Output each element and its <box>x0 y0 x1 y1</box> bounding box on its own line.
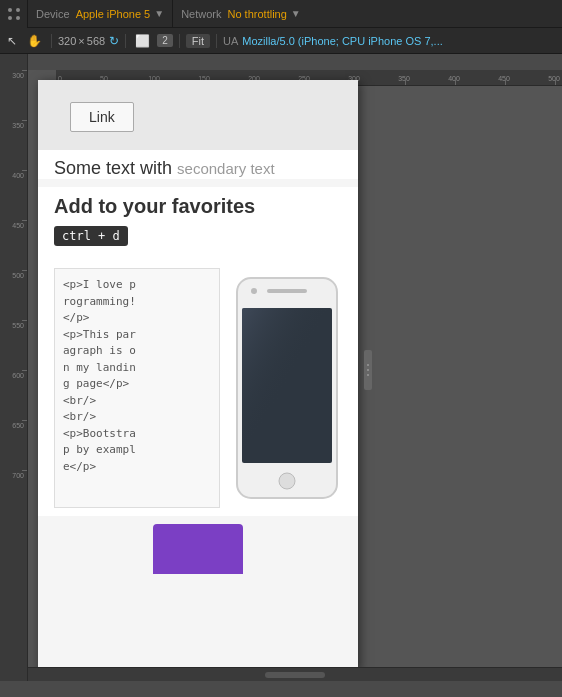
size-display: 320 × 568 <box>58 35 105 47</box>
favorites-title: Add to your favorites <box>54 195 342 218</box>
svg-point-8 <box>251 288 257 294</box>
svg-point-0 <box>8 8 12 12</box>
purple-block <box>153 524 243 574</box>
network-section: Network No throttling ▼ <box>173 0 309 27</box>
resize-dot3 <box>367 374 369 376</box>
device-value[interactable]: Apple iPhone 5 <box>76 8 151 20</box>
refresh-icon[interactable]: ↻ <box>109 34 119 48</box>
ua-label: UA <box>223 35 238 47</box>
toolbar-divider2 <box>125 34 126 48</box>
cursor-icon[interactable]: ↖ <box>4 34 20 48</box>
bottom-section <box>38 516 358 582</box>
toolbar-row2: ↖ ✋ 320 × 568 ↻ ⬜ 2 Fit UA Mozilla/5.0 (… <box>0 28 562 54</box>
width-value: 320 <box>58 35 76 47</box>
scrollbar-thumb[interactable] <box>265 672 325 678</box>
fit-button[interactable]: Fit <box>186 34 210 48</box>
svg-rect-7 <box>267 289 307 293</box>
touch-icon[interactable]: ✋ <box>24 34 45 48</box>
network-value[interactable]: No throttling <box>228 8 287 20</box>
svg-point-2 <box>8 16 12 20</box>
toolbar-row1: Device Apple iPhone 5 ▼ Network No throt… <box>0 0 562 28</box>
main-area: 300 350 400 450 500 550 600 650 700 <box>0 54 562 681</box>
device-section: Device Apple iPhone 5 ▼ <box>28 0 173 27</box>
viewport-content: Link Some text with secondary text Add t… <box>38 80 358 670</box>
device-viewport: Link Some text with secondary text Add t… <box>38 80 358 670</box>
keyboard-shortcut: ctrl + d <box>54 226 128 246</box>
phone-image <box>232 268 342 508</box>
screenshot-icon[interactable]: ⬜ <box>132 34 153 48</box>
some-text-main: Some text with <box>54 158 172 178</box>
resize-dot1 <box>367 364 369 366</box>
toolbar-divider3 <box>179 34 180 48</box>
resize-handle[interactable] <box>364 350 372 390</box>
toolbar-logo <box>0 0 28 28</box>
height-value: 568 <box>87 35 105 47</box>
size-separator: × <box>78 35 84 47</box>
some-text-row: Some text with secondary text <box>38 150 358 179</box>
horizontal-scrollbar[interactable] <box>28 667 562 681</box>
svg-point-9 <box>279 473 295 489</box>
layer-badge: 2 <box>157 34 173 47</box>
toolbar-divider1 <box>51 34 52 48</box>
favorites-section: Add to your favorites ctrl + d <box>38 187 358 260</box>
svg-point-3 <box>16 16 20 20</box>
code-block: <p>I love p rogramming! </p> <p>This par… <box>54 268 220 508</box>
resize-dot2 <box>367 369 369 371</box>
device-label: Device <box>36 8 70 20</box>
svg-rect-6 <box>242 308 332 463</box>
svg-point-1 <box>16 8 20 12</box>
network-dropdown-arrow[interactable]: ▼ <box>291 8 301 19</box>
canvas-area: 0 50 100 150 200 250 300 350 400 450 <box>28 70 562 681</box>
network-label: Network <box>181 8 221 20</box>
vertical-ruler: 300 350 400 450 500 550 600 650 700 <box>0 54 28 681</box>
ua-value: Mozilla/5.0 (iPhone; CPU iPhone OS 7,... <box>242 35 443 47</box>
two-col-section: <p>I love p rogramming! </p> <p>This par… <box>38 260 358 516</box>
device-dropdown-arrow[interactable]: ▼ <box>154 8 164 19</box>
some-text-secondary: secondary text <box>177 160 275 177</box>
toolbar-divider4 <box>216 34 217 48</box>
link-button[interactable]: Link <box>70 102 134 132</box>
